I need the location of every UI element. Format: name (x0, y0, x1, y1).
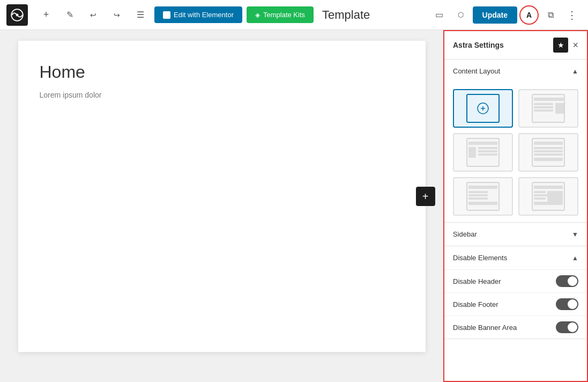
svg-rect-29 (468, 202, 497, 205)
content-layout-content (444, 83, 587, 222)
star-icon: ★ (557, 41, 564, 49)
add-section-button[interactable]: + (416, 187, 435, 206)
svg-rect-9 (534, 106, 553, 108)
disable-header-toggle[interactable] (556, 275, 578, 287)
canvas: Home Lorem ipsum dolor + (0, 30, 443, 382)
content-layout-header[interactable]: Content Layout ▲ (444, 60, 587, 83)
disable-footer-label: Disable Footer (453, 300, 498, 308)
desktop-view-button[interactable]: ▭ (430, 5, 449, 25)
columns-button[interactable]: ⧉ (541, 5, 560, 25)
svg-rect-15 (478, 147, 497, 149)
astra-settings-button[interactable]: A (519, 5, 539, 25)
panel-header-icons: ★ × (553, 38, 578, 53)
redo-button[interactable]: ↪ (107, 5, 126, 25)
disable-elements-arrow: ▲ (572, 254, 578, 262)
more-options-button[interactable]: ⋮ (562, 6, 582, 24)
panel-header: Astra Settings ★ × (444, 31, 587, 60)
external-icon: ⬡ (458, 11, 464, 19)
svg-rect-13 (468, 142, 497, 145)
disable-footer-row: Disable Footer (444, 292, 587, 315)
layout-option-full[interactable] (453, 89, 513, 128)
toolbar-right-icons: ▭ ⬡ Update A ⧉ ⋮ (430, 5, 582, 25)
sidebar-arrow: ▼ (572, 231, 578, 238)
layout-grid (453, 89, 578, 216)
svg-rect-10 (534, 109, 553, 112)
svg-rect-8 (534, 103, 553, 105)
svg-rect-19 (534, 142, 563, 145)
template-kits-button[interactable]: ◈ Template Kits (247, 6, 314, 23)
external-link-button[interactable]: ⬡ (451, 5, 471, 25)
pencil-button[interactable]: ✎ (60, 5, 79, 25)
svg-rect-35 (547, 191, 563, 202)
add-section-icon: + (422, 190, 429, 203)
undo-button[interactable]: ↩ (84, 5, 103, 25)
sidebar-label: Sidebar (453, 230, 477, 238)
svg-rect-21 (534, 150, 563, 152)
wordpress-logo[interactable] (6, 4, 28, 26)
svg-rect-16 (478, 150, 497, 152)
svg-rect-25 (468, 186, 497, 189)
favorite-button[interactable]: ★ (553, 38, 568, 53)
redo-icon: ↪ (114, 11, 120, 19)
edit-with-elementor-label: Edit with Elementor (174, 11, 234, 19)
astra-logo-icon: A (526, 11, 532, 19)
disable-header-row: Disable Header (444, 269, 587, 292)
svg-rect-20 (534, 147, 563, 149)
desktop-icon: ▭ (435, 10, 443, 20)
update-button[interactable]: Update (473, 6, 517, 24)
template-kits-label: Template Kits (263, 11, 305, 19)
content-layout-arrow: ▲ (572, 68, 578, 75)
svg-rect-17 (478, 153, 497, 156)
template-kits-icon: ◈ (255, 11, 260, 19)
disable-header-label: Disable Header (453, 277, 501, 285)
disable-elements-section: Disable Elements ▲ Disable Header Disabl… (444, 246, 587, 339)
astra-settings-panel: Astra Settings ★ × Content Layout ▲ (443, 30, 588, 382)
elementor-icon (163, 11, 170, 19)
layout-option-boxed[interactable] (518, 133, 578, 172)
layout-option-right-sidebar[interactable] (518, 89, 578, 128)
layout-option-content-boxed-right[interactable] (518, 177, 578, 216)
undo-icon: ↩ (90, 11, 96, 19)
pencil-icon: ✎ (66, 10, 73, 20)
layout-option-left-sidebar[interactable] (453, 133, 513, 172)
svg-rect-32 (534, 191, 546, 193)
close-panel-button[interactable]: × (572, 40, 578, 51)
svg-rect-23 (534, 158, 563, 161)
disable-elements-label: Disable Elements (453, 254, 507, 262)
svg-rect-26 (468, 191, 488, 193)
page-frame: Home Lorem ipsum dolor + (18, 41, 426, 352)
disable-banner-row: Disable Banner Area (444, 315, 587, 339)
list-icon: ☰ (137, 10, 144, 20)
disable-banner-toggle[interactable] (556, 321, 578, 333)
svg-rect-36 (534, 202, 563, 205)
sidebar-section: Sidebar ▼ (444, 223, 587, 246)
svg-rect-22 (534, 153, 563, 156)
svg-rect-7 (534, 98, 565, 101)
columns-icon: ⧉ (548, 10, 554, 20)
toolbar: + ✎ ↩ ↪ ☰ Edit with Elementor ◈ Template… (0, 0, 588, 30)
sidebar-header[interactable]: Sidebar ▼ (444, 223, 587, 246)
template-label: Template (322, 8, 370, 22)
svg-rect-34 (534, 197, 546, 200)
svg-point-1 (16, 13, 19, 16)
disable-footer-toggle[interactable] (556, 298, 578, 310)
disable-elements-header[interactable]: Disable Elements ▲ (444, 246, 587, 269)
page-body-text: Lorem ipsum dolor (40, 91, 404, 99)
plus-icon: + (43, 9, 49, 20)
svg-rect-11 (555, 103, 564, 114)
panel-title: Astra Settings (453, 41, 504, 49)
main-area: Home Lorem ipsum dolor + Astra Settings … (0, 30, 588, 382)
layout-option-content-boxed-left[interactable] (453, 177, 513, 216)
content-layout-label: Content Layout (453, 67, 500, 75)
svg-rect-14 (468, 147, 476, 158)
page-title: Home (40, 62, 404, 82)
svg-rect-31 (534, 186, 563, 189)
close-icon: × (572, 40, 578, 51)
disable-banner-label: Disable Banner Area (453, 324, 517, 332)
edit-with-elementor-button[interactable]: Edit with Elementor (154, 6, 242, 23)
list-button[interactable]: ☰ (131, 5, 150, 25)
svg-rect-28 (468, 197, 488, 200)
add-button[interactable]: + (36, 5, 56, 25)
content-layout-section: Content Layout ▲ (444, 60, 587, 223)
svg-rect-27 (468, 194, 488, 196)
